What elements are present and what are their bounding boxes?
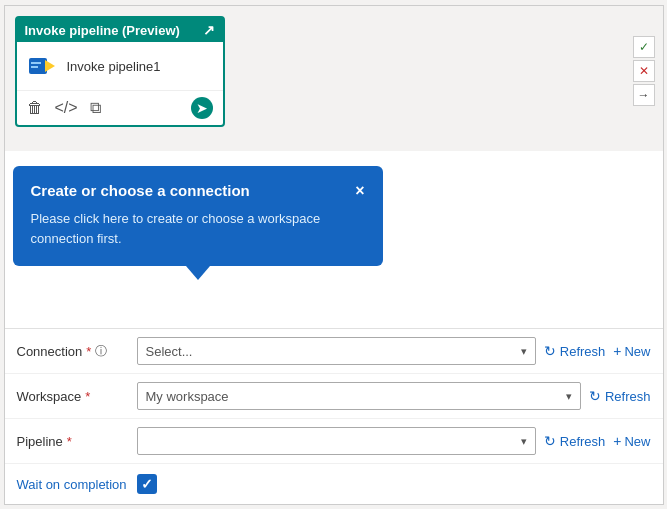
pipeline-card-body: Invoke pipeline1 [17, 42, 223, 91]
connection-row: Connection * ⓘ Select... ▾ ↻ Refresh + N… [5, 329, 663, 374]
wait-on-completion-row: Wait on completion ✓ [5, 464, 663, 504]
svg-rect-3 [31, 66, 38, 68]
arrow-icon: → [638, 88, 650, 102]
workspace-chevron-icon: ▾ [566, 390, 572, 403]
connection-chevron-icon: ▾ [521, 345, 527, 358]
tooltip-title-text: Create or choose a connection [31, 182, 250, 199]
workspace-label-text: Workspace [17, 389, 82, 404]
form-area: Connection * ⓘ Select... ▾ ↻ Refresh + N… [5, 328, 663, 504]
workspace-label: Workspace * [17, 389, 137, 404]
connection-tooltip: Create or choose a connection × Please c… [13, 166, 383, 266]
workspace-select-value: My workspace [146, 389, 229, 404]
external-link-icon[interactable]: ↗ [203, 22, 215, 38]
pipeline-label: Pipeline * [17, 434, 137, 449]
pipeline-select[interactable]: ▾ [137, 427, 536, 455]
connection-new-button[interactable]: + New [613, 343, 650, 359]
pipeline-icon [27, 50, 59, 82]
go-icon[interactable]: ➤ [191, 97, 213, 119]
copy-icon[interactable]: ⧉ [90, 99, 101, 117]
connection-info-icon[interactable]: ⓘ [95, 343, 107, 360]
connection-refresh-button[interactable]: ↻ Refresh [544, 343, 606, 359]
connection-label: Connection * ⓘ [17, 343, 137, 360]
connection-label-text: Connection [17, 344, 83, 359]
pipeline-required-star: * [67, 434, 72, 449]
pipeline-chevron-icon: ▾ [521, 435, 527, 448]
pipeline-card-title: Invoke pipeline (Preview) [25, 23, 180, 38]
connection-plus-icon: + [613, 343, 621, 359]
wait-label: Wait on completion [17, 477, 137, 492]
connection-control-area: Select... ▾ ↻ Refresh + New [137, 337, 651, 365]
workspace-select[interactable]: My workspace ▾ [137, 382, 581, 410]
wait-check-mark: ✓ [141, 476, 153, 492]
tooltip-title-row: Create or choose a connection × [31, 182, 365, 199]
wait-control-area: ✓ [137, 474, 651, 494]
main-window: Invoke pipeline (Preview) ↗ Invoke pipel… [4, 5, 664, 505]
pipeline-row: Pipeline * ▾ ↻ Refresh + New [5, 419, 663, 464]
check-icon: ✓ [639, 40, 649, 54]
toolbar-cross-btn[interactable]: ✕ [633, 60, 655, 82]
pipeline-new-button[interactable]: + New [613, 433, 650, 449]
pipeline-label-text: Pipeline [17, 434, 63, 449]
svg-marker-1 [45, 60, 55, 72]
workspace-refresh-button[interactable]: ↻ Refresh [589, 388, 651, 404]
connection-new-label: New [624, 344, 650, 359]
workspace-refresh-label: Refresh [605, 389, 651, 404]
workspace-row: Workspace * My workspace ▾ ↻ Refresh [5, 374, 663, 419]
tooltip-close-button[interactable]: × [355, 183, 364, 199]
toolbar-arrow-btn[interactable]: → [633, 84, 655, 106]
pipeline-plus-icon: + [613, 433, 621, 449]
connection-refresh-label: Refresh [560, 344, 606, 359]
workspace-refresh-icon: ↻ [589, 388, 601, 404]
pipeline-refresh-label: Refresh [560, 434, 606, 449]
pipeline-card: Invoke pipeline (Preview) ↗ Invoke pipel… [15, 16, 225, 127]
side-toolbar: ✓ ✕ → [633, 36, 655, 106]
wait-label-text: Wait on completion [17, 477, 127, 492]
connection-refresh-icon: ↻ [544, 343, 556, 359]
wait-checkbox-area[interactable]: ✓ [137, 474, 157, 494]
pipeline-canvas-area: Invoke pipeline (Preview) ↗ Invoke pipel… [5, 6, 663, 151]
workspace-control-area: My workspace ▾ ↻ Refresh [137, 382, 651, 410]
pipeline-card-actions: 🗑 </> ⧉ ➤ [17, 91, 223, 125]
pipeline-new-label: New [624, 434, 650, 449]
svg-rect-2 [31, 62, 41, 64]
connection-select-value: Select... [146, 344, 193, 359]
wait-checkbox[interactable]: ✓ [137, 474, 157, 494]
cross-icon: ✕ [639, 64, 649, 78]
code-icon[interactable]: </> [55, 99, 78, 117]
connection-select[interactable]: Select... ▾ [137, 337, 536, 365]
delete-icon[interactable]: 🗑 [27, 99, 43, 117]
pipeline-name: Invoke pipeline1 [67, 59, 161, 74]
pipeline-control-area: ▾ ↻ Refresh + New [137, 427, 651, 455]
pipeline-card-header: Invoke pipeline (Preview) ↗ [17, 18, 223, 42]
pipeline-refresh-icon: ↻ [544, 433, 556, 449]
toolbar-check-btn[interactable]: ✓ [633, 36, 655, 58]
tooltip-body-text: Please click here to create or choose a … [31, 209, 365, 248]
pipeline-refresh-button[interactable]: ↻ Refresh [544, 433, 606, 449]
workspace-required-star: * [85, 389, 90, 404]
connection-required-star: * [86, 344, 91, 359]
